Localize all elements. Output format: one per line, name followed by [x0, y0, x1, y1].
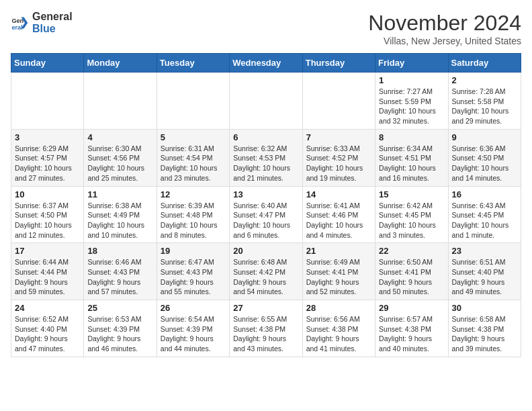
day-info: Sunrise: 6:54 AM Sunset: 4:39 PM Dayligh…	[161, 314, 226, 354]
day-info: Sunrise: 6:29 AM Sunset: 4:57 PM Dayligh…	[15, 144, 80, 183]
calendar-cell: 21Sunrise: 6:49 AM Sunset: 4:41 PM Dayli…	[302, 243, 375, 300]
day-number: 22	[379, 246, 444, 256]
day-number: 16	[452, 189, 517, 199]
calendar-cell: 2Sunrise: 7:28 AM Sunset: 5:58 PM Daylig…	[448, 73, 521, 130]
calendar-cell: 8Sunrise: 6:34 AM Sunset: 4:51 PM Daylig…	[375, 129, 448, 186]
day-number: 17	[15, 246, 80, 256]
header-day-saturday: Saturday	[448, 54, 521, 73]
day-info: Sunrise: 6:53 AM Sunset: 4:39 PM Dayligh…	[87, 314, 152, 354]
day-number: 24	[15, 303, 80, 313]
day-number: 25	[87, 303, 152, 313]
day-info: Sunrise: 6:36 AM Sunset: 4:50 PM Dayligh…	[452, 144, 517, 183]
calendar-cell	[230, 73, 302, 130]
day-info: Sunrise: 6:42 AM Sunset: 4:45 PM Dayligh…	[379, 201, 444, 240]
calendar-cell: 3Sunrise: 6:29 AM Sunset: 4:57 PM Daylig…	[11, 129, 84, 186]
calendar-cell: 18Sunrise: 6:46 AM Sunset: 4:43 PM Dayli…	[84, 243, 157, 300]
day-number: 14	[306, 189, 371, 199]
week-row-2: 10Sunrise: 6:37 AM Sunset: 4:50 PM Dayli…	[11, 186, 521, 243]
calendar-cell: 22Sunrise: 6:50 AM Sunset: 4:41 PM Dayli…	[375, 243, 448, 300]
day-info: Sunrise: 6:49 AM Sunset: 4:41 PM Dayligh…	[306, 257, 371, 297]
day-info: Sunrise: 6:37 AM Sunset: 4:50 PM Dayligh…	[15, 201, 80, 240]
day-info: Sunrise: 6:39 AM Sunset: 4:48 PM Dayligh…	[161, 201, 226, 240]
logo-icon: Gen eral	[11, 13, 30, 32]
day-info: Sunrise: 6:33 AM Sunset: 4:52 PM Dayligh…	[306, 144, 371, 183]
day-info: Sunrise: 6:34 AM Sunset: 4:51 PM Dayligh…	[379, 144, 444, 183]
day-info: Sunrise: 6:56 AM Sunset: 4:38 PM Dayligh…	[306, 314, 371, 354]
day-number: 6	[233, 132, 298, 142]
svg-text:Gen: Gen	[11, 17, 24, 24]
header-day-wednesday: Wednesday	[230, 54, 302, 73]
calendar-cell: 12Sunrise: 6:39 AM Sunset: 4:48 PM Dayli…	[157, 186, 229, 243]
day-info: Sunrise: 6:44 AM Sunset: 4:44 PM Dayligh…	[15, 257, 80, 297]
day-number: 28	[306, 303, 371, 313]
day-number: 30	[452, 303, 517, 313]
day-number: 21	[306, 246, 371, 256]
day-number: 5	[161, 132, 226, 142]
calendar-cell	[84, 73, 157, 130]
day-number: 15	[379, 189, 444, 199]
title-area: November 2024 Villas, New Jersey, United…	[368, 11, 521, 46]
day-info: Sunrise: 7:27 AM Sunset: 5:59 PM Dayligh…	[379, 87, 444, 126]
day-number: 3	[15, 132, 80, 142]
day-number: 12	[161, 189, 226, 199]
calendar-cell: 27Sunrise: 6:55 AM Sunset: 4:38 PM Dayli…	[230, 300, 302, 357]
day-number: 2	[452, 75, 517, 85]
day-number: 29	[379, 303, 444, 313]
header-row: SundayMondayTuesdayWednesdayThursdayFrid…	[11, 54, 521, 73]
calendar-cell: 25Sunrise: 6:53 AM Sunset: 4:39 PM Dayli…	[84, 300, 157, 357]
day-info: Sunrise: 6:47 AM Sunset: 4:43 PM Dayligh…	[161, 257, 226, 297]
day-number: 26	[161, 303, 226, 313]
calendar-cell: 19Sunrise: 6:47 AM Sunset: 4:43 PM Dayli…	[157, 243, 229, 300]
calendar-cell: 20Sunrise: 6:48 AM Sunset: 4:42 PM Dayli…	[230, 243, 302, 300]
calendar-cell: 30Sunrise: 6:58 AM Sunset: 4:38 PM Dayli…	[448, 300, 521, 357]
day-number: 18	[87, 246, 152, 256]
header-day-tuesday: Tuesday	[157, 54, 229, 73]
day-number: 1	[379, 75, 444, 85]
calendar-cell: 28Sunrise: 6:56 AM Sunset: 4:38 PM Dayli…	[302, 300, 375, 357]
calendar-cell: 13Sunrise: 6:40 AM Sunset: 4:47 PM Dayli…	[230, 186, 302, 243]
month-title: November 2024	[368, 11, 521, 36]
day-number: 23	[452, 246, 517, 256]
day-info: Sunrise: 6:38 AM Sunset: 4:49 PM Dayligh…	[87, 201, 152, 240]
day-info: Sunrise: 6:46 AM Sunset: 4:43 PM Dayligh…	[87, 257, 152, 297]
calendar-cell: 4Sunrise: 6:30 AM Sunset: 4:56 PM Daylig…	[84, 129, 157, 186]
calendar-cell	[302, 73, 375, 130]
day-info: Sunrise: 6:58 AM Sunset: 4:38 PM Dayligh…	[452, 314, 517, 354]
calendar-cell: 16Sunrise: 6:43 AM Sunset: 4:45 PM Dayli…	[448, 186, 521, 243]
week-row-1: 3Sunrise: 6:29 AM Sunset: 4:57 PM Daylig…	[11, 129, 521, 186]
header-day-monday: Monday	[84, 54, 157, 73]
day-info: Sunrise: 6:52 AM Sunset: 4:40 PM Dayligh…	[15, 314, 80, 354]
calendar-cell: 14Sunrise: 6:41 AM Sunset: 4:46 PM Dayli…	[302, 186, 375, 243]
day-info: Sunrise: 6:57 AM Sunset: 4:38 PM Dayligh…	[379, 314, 444, 354]
calendar-cell: 15Sunrise: 6:42 AM Sunset: 4:45 PM Dayli…	[375, 186, 448, 243]
day-number: 20	[233, 246, 298, 256]
calendar-cell: 29Sunrise: 6:57 AM Sunset: 4:38 PM Dayli…	[375, 300, 448, 357]
day-number: 9	[452, 132, 517, 142]
calendar-cell: 7Sunrise: 6:33 AM Sunset: 4:52 PM Daylig…	[302, 129, 375, 186]
logo-blue: Blue	[32, 23, 73, 35]
day-number: 11	[87, 189, 152, 199]
day-info: Sunrise: 6:41 AM Sunset: 4:46 PM Dayligh…	[306, 201, 371, 240]
location-subtitle: Villas, New Jersey, United States	[368, 36, 521, 46]
day-info: Sunrise: 6:55 AM Sunset: 4:38 PM Dayligh…	[233, 314, 298, 354]
day-info: Sunrise: 6:51 AM Sunset: 4:40 PM Dayligh…	[452, 257, 517, 297]
calendar-cell: 11Sunrise: 6:38 AM Sunset: 4:49 PM Dayli…	[84, 186, 157, 243]
day-number: 10	[15, 189, 80, 199]
day-info: Sunrise: 6:31 AM Sunset: 4:54 PM Dayligh…	[161, 144, 226, 183]
calendar-cell: 24Sunrise: 6:52 AM Sunset: 4:40 PM Dayli…	[11, 300, 84, 357]
day-number: 8	[379, 132, 444, 142]
week-row-4: 24Sunrise: 6:52 AM Sunset: 4:40 PM Dayli…	[11, 300, 521, 357]
logo: Gen eral General Blue	[11, 11, 73, 34]
calendar-table: SundayMondayTuesdayWednesdayThursdayFrid…	[11, 53, 521, 357]
calendar-cell: 10Sunrise: 6:37 AM Sunset: 4:50 PM Dayli…	[11, 186, 84, 243]
header-day-thursday: Thursday	[302, 54, 375, 73]
day-number: 27	[233, 303, 298, 313]
week-row-0: 1Sunrise: 7:27 AM Sunset: 5:59 PM Daylig…	[11, 73, 521, 130]
day-number: 7	[306, 132, 371, 142]
header-day-sunday: Sunday	[11, 54, 84, 73]
day-number: 4	[87, 132, 152, 142]
day-info: Sunrise: 6:48 AM Sunset: 4:42 PM Dayligh…	[233, 257, 298, 297]
calendar-cell	[157, 73, 229, 130]
calendar-cell: 9Sunrise: 6:36 AM Sunset: 4:50 PM Daylig…	[448, 129, 521, 186]
day-info: Sunrise: 6:32 AM Sunset: 4:53 PM Dayligh…	[233, 144, 298, 183]
